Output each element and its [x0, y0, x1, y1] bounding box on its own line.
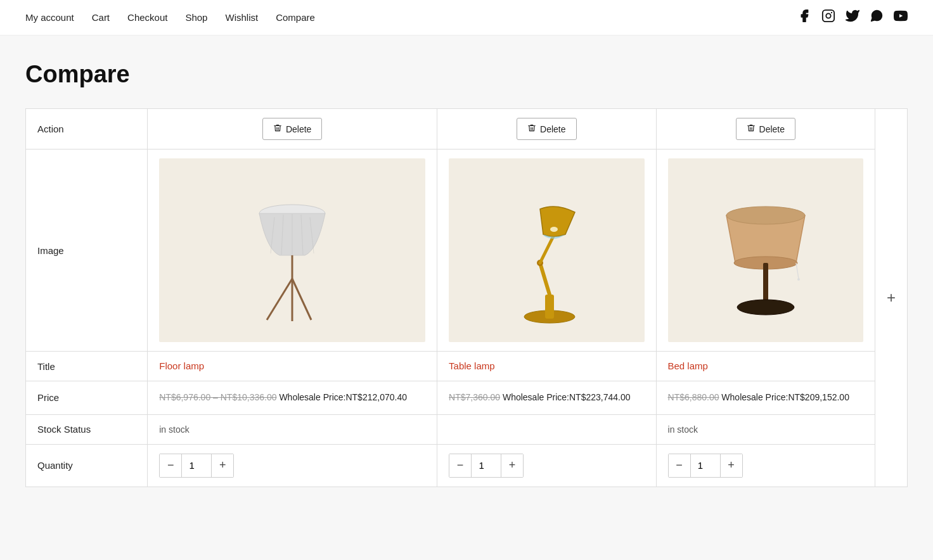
price-row: Price NT$6,976.00 – NT$10,336.00 Wholesa… — [26, 381, 908, 415]
title-cell-1: Floor lamp — [148, 352, 437, 381]
price-wholesale-1: Wholesale Price:NT$212,070.40 — [279, 392, 407, 402]
image-cell-1 — [148, 150, 437, 352]
quantity-row: Quantity − + − + − + — [26, 444, 908, 487]
qty-decrease-2[interactable]: − — [449, 454, 471, 477]
compare-table: Action Delete Delete — [25, 108, 908, 487]
title-row: Title Floor lamp Table lamp Bed lamp — [26, 352, 908, 381]
nav-shop[interactable]: Shop — [185, 12, 207, 23]
qty-decrease-3[interactable]: − — [669, 454, 690, 477]
stock-status-1: in stock — [159, 424, 189, 435]
svg-point-19 — [550, 227, 558, 232]
qty-increase-1[interactable]: + — [212, 454, 233, 477]
quantity-stepper-1: − + — [159, 454, 234, 478]
svg-rect-15 — [545, 295, 554, 319]
svg-point-23 — [737, 300, 794, 315]
product-image-3 — [668, 158, 863, 342]
trash-icon-2 — [527, 124, 536, 134]
price-original-2: NT$7,360.00 — [449, 392, 500, 402]
qty-input-2[interactable] — [471, 454, 501, 477]
product-title-2[interactable]: Table lamp — [449, 360, 495, 371]
title-cell-2: Table lamp — [437, 352, 656, 381]
twitter-icon[interactable] — [846, 9, 859, 26]
nav-checkout[interactable]: Checkout — [127, 12, 167, 23]
qty-decrease-1[interactable]: − — [160, 454, 181, 477]
price-label: Price — [26, 381, 148, 415]
svg-line-24 — [796, 263, 799, 279]
quantity-cell-3: − + — [656, 444, 875, 487]
qty-input-1[interactable] — [181, 454, 212, 477]
svg-point-20 — [726, 207, 805, 224]
image-row: Image — [26, 150, 908, 352]
svg-line-16 — [540, 263, 550, 295]
svg-point-1 — [826, 13, 830, 18]
nav-compare[interactable]: Compare — [276, 12, 315, 23]
stock-cell-1: in stock — [148, 414, 437, 444]
page-title: Compare — [25, 61, 908, 88]
quantity-stepper-2: − + — [449, 454, 524, 478]
quantity-stepper-3: − + — [668, 454, 743, 478]
delete-button-2[interactable]: Delete — [517, 118, 576, 140]
facebook-icon[interactable] — [797, 9, 811, 26]
delete-label-2: Delete — [540, 124, 565, 134]
title-cell-3: Bed lamp — [656, 352, 875, 381]
stock-status-3: in stock — [668, 424, 698, 435]
stock-label: Stock Status — [26, 414, 148, 444]
qty-input-3[interactable] — [690, 454, 721, 477]
price-cell-2: NT$7,360.00 Wholesale Price:NT$223,744.0… — [437, 381, 656, 415]
svg-rect-0 — [823, 10, 834, 22]
product-image-2 — [449, 158, 644, 342]
youtube-icon[interactable] — [894, 9, 908, 26]
delete-button-1[interactable]: Delete — [262, 118, 322, 140]
qty-increase-2[interactable]: + — [501, 454, 523, 477]
product-image-1 — [159, 158, 425, 342]
add-product-button[interactable]: + — [875, 109, 907, 487]
nav-my-account[interactable]: My account — [25, 12, 74, 23]
product-title-3[interactable]: Bed lamp — [668, 360, 708, 371]
nav-cart[interactable]: Cart — [92, 12, 110, 23]
stock-cell-3: in stock — [656, 414, 875, 444]
action-cell-3: Delete — [656, 109, 875, 150]
quantity-cell-2: − + — [437, 444, 656, 487]
quantity-label: Quantity — [26, 444, 148, 487]
quantity-cell-1: − + — [148, 444, 437, 487]
plus-icon: + — [887, 289, 896, 306]
svg-line-7 — [292, 279, 311, 320]
action-cell-2: Delete — [437, 109, 656, 150]
product-title-1[interactable]: Floor lamp — [159, 360, 204, 371]
header: My account Cart Checkout Shop Wishlist C… — [0, 0, 933, 35]
action-label: Action — [26, 109, 148, 150]
price-cell-1: NT$6,976.00 – NT$10,336.00 Wholesale Pri… — [148, 381, 437, 415]
page-container: Compare Action Delete Delete — [0, 35, 933, 552]
delete-label-3: Delete — [759, 124, 785, 134]
image-cell-2 — [437, 150, 656, 352]
image-label: Image — [26, 150, 148, 352]
trash-icon-3 — [747, 124, 756, 134]
stock-row: Stock Status in stock in stock — [26, 414, 908, 444]
main-nav: My account Cart Checkout Shop Wishlist C… — [25, 12, 315, 23]
delete-button-3[interactable]: Delete — [736, 118, 795, 140]
title-label: Title — [26, 352, 148, 381]
social-links — [797, 9, 908, 26]
image-cell-3 — [656, 150, 875, 352]
nav-wishlist[interactable]: Wishlist — [225, 12, 258, 23]
whatsapp-icon[interactable] — [870, 9, 884, 26]
action-row: Action Delete Delete — [26, 109, 908, 150]
price-wholesale-2: Wholesale Price:NT$223,744.00 — [503, 392, 631, 402]
price-original-1: NT$6,976.00 – NT$10,336.00 — [159, 392, 276, 402]
svg-line-6 — [267, 279, 292, 320]
instagram-icon[interactable] — [821, 9, 835, 26]
action-cell-1: Delete — [148, 109, 437, 150]
svg-point-2 — [831, 12, 832, 13]
price-cell-3: NT$6,880.00 Wholesale Price:NT$209,152.0… — [656, 381, 875, 415]
stock-cell-2 — [437, 414, 656, 444]
qty-increase-3[interactable]: + — [721, 454, 742, 477]
trash-icon-1 — [273, 124, 282, 134]
delete-label-1: Delete — [286, 124, 311, 134]
price-original-3: NT$6,880.00 — [668, 392, 719, 402]
svg-point-25 — [797, 278, 800, 281]
price-wholesale-3: Wholesale Price:NT$209,152.00 — [721, 392, 849, 402]
